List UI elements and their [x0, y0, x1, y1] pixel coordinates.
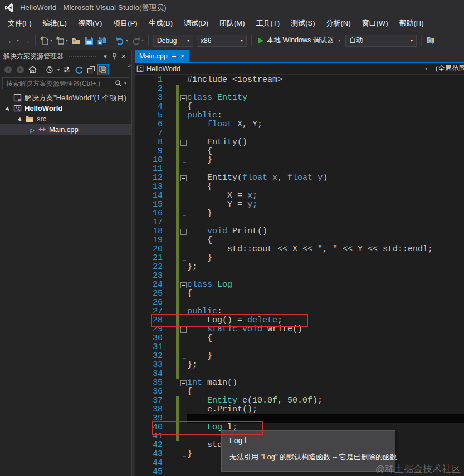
code-text[interactable]: Y = y;	[187, 200, 464, 209]
save-button[interactable]	[83, 34, 95, 47]
line-number[interactable]: 3	[135, 94, 166, 102]
code-line-38[interactable]: 38 e.Print();	[135, 405, 464, 414]
line-number[interactable]: 8	[135, 138, 166, 147]
undo-button[interactable]: ▾	[114, 34, 130, 47]
code-line-23[interactable]: 23	[135, 272, 464, 281]
code-text[interactable]	[187, 129, 464, 138]
code-text[interactable]	[187, 272, 464, 281]
code-line-30[interactable]: 30 {	[135, 334, 464, 343]
line-number[interactable]: 7	[135, 129, 166, 138]
close-panel-button[interactable]: ×	[119, 52, 128, 61]
line-number[interactable]: 23	[135, 272, 166, 281]
show-all-files-button[interactable]	[97, 64, 109, 75]
line-number[interactable]: 25	[135, 289, 166, 298]
search-options-caret[interactable]: ▾	[124, 81, 126, 86]
line-number[interactable]: 28	[135, 316, 166, 325]
sync-with-active-document-button[interactable]	[61, 64, 72, 75]
code-text[interactable]: }	[187, 209, 464, 218]
navigate-forward-button[interactable]: →	[21, 34, 32, 47]
menu-tools[interactable]: 工具(T)	[251, 16, 286, 31]
line-number[interactable]: 4	[135, 102, 166, 111]
line-number[interactable]: 14	[135, 192, 166, 200]
auto-attach-combo[interactable]: 自动▾	[345, 35, 417, 47]
solution-platforms-combo[interactable]: x86▾	[197, 35, 247, 47]
line-number[interactable]: 17	[135, 218, 166, 227]
line-number[interactable]: 12	[135, 174, 166, 183]
code-text[interactable]: {	[187, 236, 464, 245]
code-line-10[interactable]: 10 }	[135, 156, 464, 165]
tab-maincpp[interactable]: Main.cpp ×	[135, 50, 189, 62]
line-number[interactable]: 2	[135, 85, 166, 94]
code-text[interactable]: Entity()	[187, 138, 464, 147]
menu-team[interactable]: 团队(M)	[214, 16, 251, 31]
code-text[interactable]: Log() = delete;	[187, 316, 464, 325]
explorer-back-button[interactable]	[2, 64, 13, 75]
code-text[interactable]: static void Write()	[187, 325, 464, 334]
code-text[interactable]	[187, 218, 464, 227]
menu-file[interactable]: 文件(F)	[2, 16, 37, 31]
code-text[interactable]: {	[187, 289, 464, 298]
line-number[interactable]: 20	[135, 245, 166, 254]
tree-item-project-helloworld[interactable]: ▶ HelloWorld	[0, 103, 131, 114]
line-number[interactable]: 29	[135, 325, 166, 334]
code-line-19[interactable]: 19 {	[135, 236, 464, 245]
find-in-files-button[interactable]	[424, 34, 437, 47]
code-line-21[interactable]: 21 }	[135, 254, 464, 263]
tree-item-solution[interactable]: 解决方案"HelloWorld"(1 个项目)	[0, 92, 131, 103]
line-number[interactable]: 31	[135, 343, 166, 352]
collapsed-arrow-icon[interactable]: ▷	[31, 127, 35, 133]
code-text[interactable]	[187, 165, 464, 174]
code-line-14[interactable]: 14 X = x;	[135, 192, 464, 200]
code-line-5[interactable]: 5public:	[135, 111, 464, 120]
code-line-25[interactable]: 25{	[135, 289, 464, 298]
save-all-button[interactable]	[95, 34, 108, 47]
toolbar-overflow-button[interactable]: »	[128, 62, 130, 68]
line-number[interactable]: 26	[135, 298, 166, 307]
code-line-16[interactable]: 16 }	[135, 209, 464, 218]
line-number[interactable]: 45	[135, 468, 166, 476]
code-line-34[interactable]: 34	[135, 370, 464, 379]
code-line-33[interactable]: 33};	[135, 361, 464, 370]
line-number[interactable]: 11	[135, 165, 166, 174]
line-number[interactable]: 15	[135, 200, 166, 209]
code-text[interactable]: void Print()	[187, 227, 464, 236]
code-editor[interactable]: 1#include <iostream>23class Entity4{5pub…	[135, 75, 464, 476]
code-text[interactable]	[187, 85, 464, 94]
fold-collapse-box[interactable]	[180, 174, 187, 183]
line-number[interactable]: 9	[135, 147, 166, 156]
code-line-22[interactable]: 22};	[135, 263, 464, 272]
code-line-31[interactable]: 31	[135, 343, 464, 352]
collapse-all-button[interactable]	[85, 64, 96, 75]
line-number[interactable]: 24	[135, 281, 166, 289]
line-number[interactable]: 32	[135, 352, 166, 361]
code-text[interactable]: }	[187, 156, 464, 165]
line-number[interactable]: 42	[135, 441, 166, 450]
code-text[interactable]: }	[187, 254, 464, 263]
tree-item-folder-src[interactable]: ▶ src	[0, 114, 131, 124]
refresh-button[interactable]	[73, 64, 84, 75]
fold-collapse-box[interactable]	[180, 325, 187, 334]
line-number[interactable]: 30	[135, 334, 166, 343]
expanded-arrow-icon[interactable]: ▶	[4, 106, 11, 112]
code-text[interactable]: e.Print();	[187, 405, 464, 414]
tree-item-file-maincpp[interactable]: ▷ ++ Main.cpp	[0, 124, 131, 135]
code-text[interactable]: }	[187, 352, 464, 361]
menu-edit[interactable]: 编辑(E)	[37, 16, 72, 31]
line-number[interactable]: 36	[135, 387, 166, 396]
code-line-11[interactable]: 11	[135, 165, 464, 174]
home-button[interactable]	[27, 64, 38, 75]
code-line-32[interactable]: 32 }	[135, 352, 464, 361]
code-text[interactable]: {	[187, 147, 464, 156]
line-number[interactable]: 6	[135, 120, 166, 129]
code-line-17[interactable]: 17	[135, 218, 464, 227]
line-number[interactable]: 44	[135, 459, 166, 468]
fold-collapse-box[interactable]	[180, 227, 187, 236]
code-text[interactable]: {	[187, 387, 464, 396]
line-number[interactable]: 34	[135, 370, 166, 379]
menu-view[interactable]: 视图(V)	[72, 16, 108, 31]
close-tab-button[interactable]: ×	[180, 52, 185, 60]
line-number[interactable]: 33	[135, 361, 166, 370]
menu-project[interactable]: 项目(P)	[108, 16, 143, 31]
panel-drag-grip[interactable]	[68, 55, 97, 58]
line-number[interactable]: 22	[135, 263, 166, 272]
